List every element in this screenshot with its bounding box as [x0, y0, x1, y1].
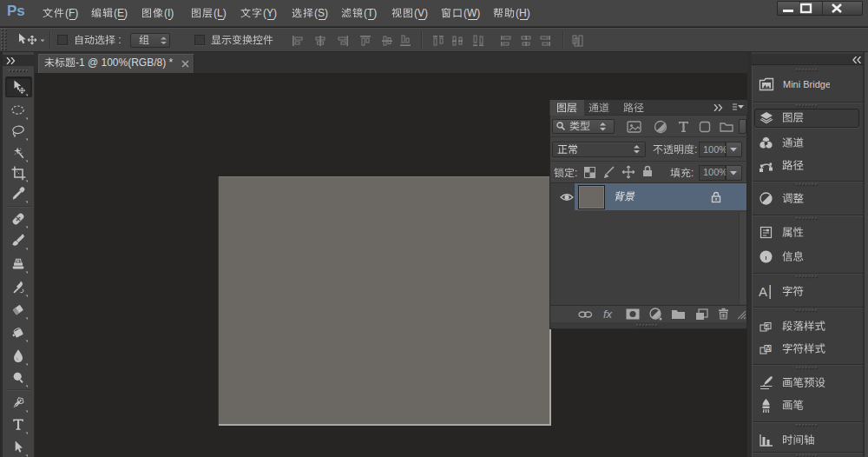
svg-text:100%: 100% — [703, 145, 727, 155]
svg-text:fx: fx — [603, 308, 613, 320]
svg-text:(Y): (Y) — [263, 8, 277, 19]
svg-text:(I): (I) — [164, 8, 174, 19]
svg-text:¶: ¶ — [766, 322, 770, 331]
svg-text::: : — [115, 35, 122, 46]
svg-text:A: A — [766, 344, 772, 354]
svg-text::: : — [694, 144, 697, 156]
svg-text:Mini Bridge: Mini Bridge — [783, 80, 830, 89]
svg-text:(E): (E) — [114, 8, 128, 19]
svg-text:(S): (S) — [314, 8, 328, 19]
svg-text:(H): (H) — [516, 8, 530, 19]
svg-text:-1 @ 100%(RGB/8) *: -1 @ 100%(RGB/8) * — [76, 57, 174, 69]
svg-text:A: A — [759, 284, 767, 299]
svg-text::: : — [575, 168, 577, 179]
svg-text:(F): (F) — [65, 8, 78, 19]
svg-text:100%: 100% — [703, 168, 727, 177]
svg-text:(V): (V) — [414, 8, 428, 19]
svg-text:(L): (L) — [214, 8, 227, 19]
svg-text:(T): (T) — [364, 8, 377, 19]
svg-text:(W): (W) — [464, 8, 480, 19]
svg-text::: : — [691, 168, 694, 179]
